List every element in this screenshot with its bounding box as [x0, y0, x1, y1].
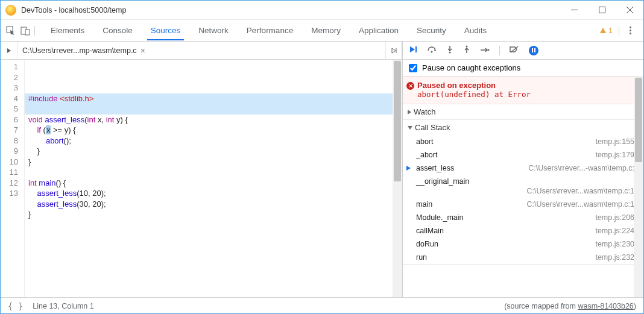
toggle-debugger-sidebar-button[interactable]: [385, 42, 402, 59]
code-line[interactable]: [28, 104, 402, 115]
frame-location: temp.js:2062: [595, 213, 639, 222]
toggle-navigator-button[interactable]: [1, 42, 17, 59]
open-files-bar: C:\Users\rrever...mp-wasm\temp.c ×: [1, 42, 402, 60]
frame-function: Module._main: [416, 213, 464, 222]
code-area[interactable]: #include <stdlib.h> void assert_less(int…: [25, 60, 402, 297]
code-line[interactable]: }: [28, 209, 402, 220]
callstack-frame[interactable]: doRuntemp.js:2308: [403, 237, 643, 251]
tab-memory[interactable]: Memory: [306, 21, 346, 40]
pretty-print-button[interactable]: { }: [8, 301, 23, 311]
devtools-logo-icon: [5, 5, 16, 16]
editor-scrollbar[interactable]: [393, 60, 402, 297]
frame-function: _abort: [416, 151, 437, 159]
frame-function: assert_less: [416, 164, 454, 172]
window-minimize-button[interactable]: [560, 1, 588, 20]
callstack-frame[interactable]: assert_lessC:\Users\rrever...-wasm\temp.…: [403, 162, 643, 175]
frame-function: main: [416, 200, 432, 209]
more-menu-button[interactable]: [625, 27, 635, 34]
watch-label: Watch: [414, 107, 435, 116]
file-tab[interactable]: C:\Users\rrever...mp-wasm\temp.c ×: [17, 42, 150, 59]
tab-application[interactable]: Application: [354, 21, 403, 40]
callstack-frame[interactable]: Module._maintemp.js:2062: [403, 211, 643, 224]
step-into-button[interactable]: [446, 45, 453, 56]
callstack-frame[interactable]: __original_mainC:\Users\rrever...wasm\te…: [403, 175, 643, 198]
inspect-element-icon[interactable]: [5, 25, 16, 36]
window-close-button[interactable]: [616, 1, 643, 20]
tab-performance[interactable]: Performance: [242, 21, 298, 40]
source-map-info: (source mapped from wasm-81403b26): [504, 302, 636, 310]
frame-location: C:\Users\rrever...wasm\temp.c:11: [527, 200, 639, 209]
source-map-link[interactable]: wasm-81403b26: [578, 302, 633, 310]
deactivate-breakpoints-button[interactable]: [510, 45, 519, 56]
tab-audits[interactable]: Audits: [459, 21, 492, 40]
code-line[interactable]: }: [28, 146, 402, 157]
code-line[interactable]: void assert_less(int x, int y) {: [28, 115, 402, 125]
separator: [34, 26, 35, 36]
step-button[interactable]: [480, 45, 490, 56]
callstack-frame[interactable]: runtemp.js:2323: [403, 251, 643, 264]
code-line[interactable]: abort();: [28, 136, 402, 146]
svg-rect-3: [25, 30, 30, 35]
status-bar: { } Line 13, Column 1 (source mapped fro…: [1, 297, 643, 314]
resume-script-button[interactable]: [409, 45, 417, 56]
debugger-sidebar: Pause on caught exceptions ✕ Paused on e…: [402, 60, 643, 297]
frame-location: C:\Users\rrever...-wasm\temp.c:4: [528, 164, 639, 172]
close-file-tab-button[interactable]: ×: [140, 46, 145, 55]
warning-icon: [599, 27, 607, 34]
callstack-frame[interactable]: _aborttemp.js:1795: [403, 148, 643, 162]
frame-location: temp.js:2308: [595, 240, 639, 248]
chevron-down-icon: [408, 126, 412, 130]
device-toolbar-icon[interactable]: [20, 25, 31, 36]
tab-console[interactable]: Console: [98, 21, 137, 40]
exception-title: Paused on exception: [417, 81, 629, 90]
code-line[interactable]: assert_less(10, 20);: [28, 188, 402, 199]
svg-point-5: [431, 51, 433, 52]
warnings-count: 1: [608, 27, 613, 35]
svg-point-8: [488, 49, 490, 51]
svg-point-6: [449, 51, 451, 53]
tab-elements[interactable]: Elements: [46, 21, 89, 40]
pause-on-caught-label: Pause on caught exceptions: [422, 63, 520, 72]
code-line[interactable]: int main() {: [28, 178, 402, 189]
window-maximize-button[interactable]: [588, 1, 616, 20]
callstack-label: Call Stack: [415, 123, 450, 132]
window-titlebar: DevTools - localhost:5000/temp: [1, 1, 643, 20]
code-line[interactable]: #include <stdlib.h>: [28, 93, 402, 104]
window-title: DevTools - localhost:5000/temp: [21, 6, 560, 14]
frame-function: abort: [416, 137, 434, 146]
step-over-button[interactable]: [427, 45, 437, 56]
error-icon: ✕: [406, 82, 414, 90]
frame-function: run: [416, 253, 427, 262]
code-line[interactable]: assert_less(30, 20);: [28, 199, 402, 210]
code-line[interactable]: [28, 220, 402, 231]
tab-security[interactable]: Security: [412, 21, 451, 40]
watch-section-header[interactable]: Watch: [403, 104, 643, 119]
paused-exception-panel: ✕ Paused on exception abort(undefined) a…: [403, 77, 643, 104]
chevron-right-icon: [408, 110, 411, 115]
frame-location: temp.js:2323: [595, 253, 639, 262]
devtools-tabbar: ElementsConsoleSourcesNetworkPerformance…: [1, 20, 643, 42]
pause-on-caught-checkbox[interactable]: [409, 64, 417, 72]
frame-function: callMain: [416, 227, 444, 235]
callstack-section-header[interactable]: Call Stack: [403, 120, 643, 135]
warnings-badge[interactable]: 1: [599, 27, 613, 35]
frame-function: __original_main: [416, 177, 639, 186]
tab-sources[interactable]: Sources: [146, 21, 186, 40]
svg-rect-0: [599, 7, 605, 13]
callstack-frame[interactable]: mainC:\Users\rrever...wasm\temp.c:11: [403, 198, 643, 211]
callstack-frame[interactable]: callMaintemp.js:2249: [403, 224, 643, 237]
frame-location: temp.js:2249: [595, 227, 639, 235]
separator: [499, 46, 500, 55]
callstack-frame[interactable]: aborttemp.js:1558: [403, 135, 643, 148]
tab-network[interactable]: Network: [194, 21, 233, 40]
frame-location: C:\Users\rrever...wasm\temp.c:10: [416, 187, 639, 195]
code-line[interactable]: }: [28, 157, 402, 168]
sidebar-scrollbar[interactable]: [634, 77, 643, 297]
debugger-toolbar: [402, 42, 643, 60]
step-out-button[interactable]: [463, 45, 470, 56]
frame-location: temp.js:1558: [595, 137, 639, 146]
code-editor[interactable]: 12345678910111213 #include <stdlib.h> vo…: [1, 60, 402, 297]
code-line[interactable]: if (x >= y) {: [28, 125, 402, 136]
code-line[interactable]: [28, 167, 402, 178]
pause-on-exceptions-button[interactable]: [529, 46, 538, 55]
